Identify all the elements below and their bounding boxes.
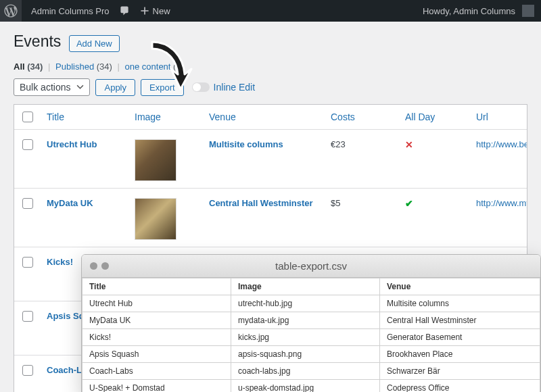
row-checkbox[interactable] bbox=[22, 139, 33, 150]
row-venue-link[interactable]: Central Hall Westminster bbox=[209, 198, 313, 208]
x-icon: ✕ bbox=[405, 139, 413, 150]
toggle-icon bbox=[192, 82, 210, 92]
wp-logo-icon[interactable] bbox=[0, 0, 22, 22]
filter-cornerstone[interactable]: one content (0) bbox=[125, 62, 184, 72]
csv-row: Apsis Squashapsis-squash.pngBrookhaven P… bbox=[83, 346, 540, 363]
new-label: New bbox=[153, 6, 170, 16]
table-header: Title Image Venue Costs All Day Url bbox=[14, 105, 527, 130]
csv-col-title: Title bbox=[83, 278, 231, 295]
row-venue-link[interactable]: Multisite columns bbox=[209, 139, 283, 149]
site-title[interactable]: Admin Columns Pro bbox=[31, 6, 110, 16]
csv-header: Title Image Venue bbox=[83, 278, 540, 295]
csv-preview-window: table-export.csv Title Image Venue Utrec… bbox=[81, 254, 541, 392]
bulk-actions-select[interactable]: Bulk actions bbox=[14, 78, 90, 96]
add-new-button[interactable]: Add New bbox=[69, 35, 120, 52]
thumbnail-image[interactable] bbox=[135, 198, 177, 240]
col-image[interactable]: Image bbox=[129, 105, 204, 129]
window-titlebar[interactable]: table-export.csv bbox=[82, 255, 540, 278]
col-venue[interactable]: Venue bbox=[204, 105, 325, 129]
csv-table: Title Image Venue Utrecht Hubutrecht-hub… bbox=[82, 278, 540, 392]
apply-button[interactable]: Apply bbox=[95, 79, 135, 96]
inline-edit-label: Inline Edit bbox=[214, 82, 255, 93]
table-row: Utrecht Hub Multisite columns €23 ✕ http… bbox=[14, 130, 527, 189]
thumbnail-image[interactable] bbox=[135, 139, 177, 181]
bulk-actions-label: Bulk actions bbox=[20, 82, 70, 93]
col-costs[interactable]: Costs bbox=[325, 105, 400, 129]
chevron-down-icon bbox=[76, 82, 84, 93]
table-row: MyData UK Central Hall Westminster $5 ✔ … bbox=[14, 189, 527, 247]
check-icon: ✔ bbox=[405, 198, 413, 209]
inline-edit-toggle[interactable]: Inline Edit bbox=[192, 82, 255, 93]
csv-row: U-Speak! + Domstadu-speak-domstad.jpgCod… bbox=[83, 380, 540, 393]
csv-row: Kicks!kicks.jpgGenerator Basement bbox=[83, 329, 540, 346]
row-checkbox[interactable] bbox=[22, 311, 33, 322]
row-title-link[interactable]: Utrecht Hub bbox=[47, 139, 97, 149]
row-costs: €23 bbox=[325, 130, 400, 156]
filter-published[interactable]: Published (34) bbox=[55, 62, 112, 72]
wp-admin-bar: Admin Columns Pro New Howdy, Admin Colum… bbox=[0, 0, 541, 22]
row-checkbox[interactable] bbox=[22, 257, 33, 268]
row-checkbox[interactable] bbox=[22, 365, 33, 376]
new-content[interactable]: New bbox=[139, 5, 170, 16]
csv-col-image: Image bbox=[231, 278, 380, 295]
col-allday[interactable]: All Day bbox=[400, 105, 471, 129]
howdy-text[interactable]: Howdy, Admin Columns bbox=[423, 6, 515, 16]
comments-icon[interactable] bbox=[119, 5, 130, 16]
export-button[interactable]: Export bbox=[141, 79, 184, 96]
avatar[interactable] bbox=[522, 5, 534, 17]
row-title-link[interactable]: Apsis Sq bbox=[47, 311, 85, 321]
page-title: Events bbox=[14, 32, 61, 51]
select-all-checkbox[interactable] bbox=[22, 112, 33, 122]
row-url-link[interactable]: http://www.beerpul bbox=[476, 139, 527, 149]
status-filters: All (34) | Published (34) | one content … bbox=[14, 62, 527, 72]
row-title-link[interactable]: Kicks! bbox=[47, 257, 73, 267]
row-checkbox[interactable] bbox=[22, 198, 33, 209]
csv-row: Coach-Labscoach-labs.jpgSchwarzer Bär bbox=[83, 363, 540, 380]
csv-row: MyData UKmydata-uk.jpgCentral Hall Westm… bbox=[83, 312, 540, 329]
filter-all[interactable]: All (34) bbox=[14, 62, 43, 72]
csv-row: Utrecht Hubutrecht-hub.jpgMultisite colu… bbox=[83, 295, 540, 312]
csv-col-venue: Venue bbox=[380, 278, 540, 295]
col-title[interactable]: Title bbox=[41, 105, 129, 129]
row-url-link[interactable]: http://www.mydata bbox=[476, 198, 527, 208]
col-url[interactable]: Url bbox=[471, 105, 527, 129]
row-costs: $5 bbox=[325, 189, 400, 215]
row-title-link[interactable]: MyData UK bbox=[47, 198, 93, 208]
window-title: table-export.csv bbox=[82, 260, 540, 272]
